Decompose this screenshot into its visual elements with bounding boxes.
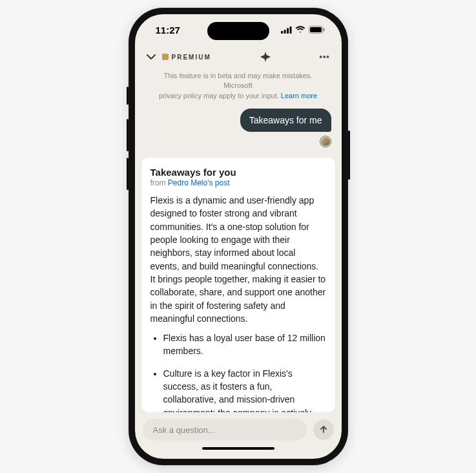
phone-chassis: 11:27 PREMIUM bbox=[129, 8, 348, 465]
card-sub-prefix: from bbox=[150, 178, 168, 187]
power-button bbox=[348, 131, 350, 180]
avatar[interactable] bbox=[320, 136, 331, 147]
svg-rect-3 bbox=[289, 26, 291, 34]
home-bar bbox=[135, 446, 342, 459]
user-message-row: Takeaways for me bbox=[240, 107, 335, 149]
beta-disclaimer: This feature is in beta and may make mis… bbox=[135, 68, 342, 107]
dynamic-island bbox=[207, 22, 269, 40]
svg-rect-6 bbox=[323, 28, 324, 32]
premium-label: PREMIUM bbox=[172, 54, 211, 61]
disclaimer-line-2: privacy policy may apply to your input. bbox=[159, 92, 279, 100]
conversation-area: Takeaways for me Takeaways for you from … bbox=[135, 107, 342, 412]
user-message-bubble: Takeaways for me bbox=[240, 109, 331, 132]
list-item: Culture is a key factor in Flexis's succ… bbox=[163, 367, 326, 412]
status-indicators bbox=[281, 26, 325, 34]
svg-rect-0 bbox=[281, 31, 283, 34]
card-bullet-list: Flexis has a loyal user base of 12 milli… bbox=[150, 331, 326, 412]
list-item: Flexis has a loyal user base of 12 milli… bbox=[163, 331, 326, 358]
learn-more-link[interactable]: Learn more bbox=[281, 92, 317, 100]
app-header: PREMIUM ••• bbox=[135, 45, 342, 68]
cellular-icon bbox=[281, 26, 292, 34]
svg-rect-2 bbox=[287, 28, 289, 34]
premium-square-icon bbox=[162, 54, 169, 60]
compose-row bbox=[135, 412, 342, 446]
disclaimer-line-1: This feature is in beta and may make mis… bbox=[164, 72, 313, 89]
switch-button bbox=[127, 87, 129, 105]
send-button[interactable] bbox=[313, 419, 334, 440]
overflow-menu[interactable]: ••• bbox=[319, 52, 329, 61]
card-subtitle: from Pedro Melo's post bbox=[150, 178, 326, 187]
source-post-link[interactable]: Pedro Melo's post bbox=[168, 178, 230, 187]
response-card: Takeaways for you from Pedro Melo's post… bbox=[141, 158, 335, 412]
sparkle-icon[interactable] bbox=[260, 52, 271, 62]
premium-badge: PREMIUM bbox=[162, 54, 211, 61]
ask-question-input[interactable] bbox=[143, 419, 307, 441]
home-indicator[interactable] bbox=[202, 447, 274, 450]
battery-icon bbox=[309, 26, 325, 34]
card-body: Flexis is a dynamic and user-friendly ap… bbox=[150, 194, 326, 412]
status-time: 11:27 bbox=[156, 25, 180, 36]
arrow-up-icon bbox=[319, 425, 328, 436]
volume-up-button bbox=[127, 119, 129, 151]
card-title: Takeaways for you bbox=[150, 167, 326, 178]
collapse-chevron-icon[interactable] bbox=[147, 52, 156, 61]
card-paragraph: Flexis is a dynamic and user-friendly ap… bbox=[150, 194, 326, 325]
svg-rect-1 bbox=[284, 30, 285, 34]
wifi-icon bbox=[295, 26, 305, 34]
screen: 11:27 PREMIUM bbox=[135, 14, 342, 459]
volume-down-button bbox=[127, 158, 129, 190]
svg-rect-5 bbox=[310, 27, 322, 32]
